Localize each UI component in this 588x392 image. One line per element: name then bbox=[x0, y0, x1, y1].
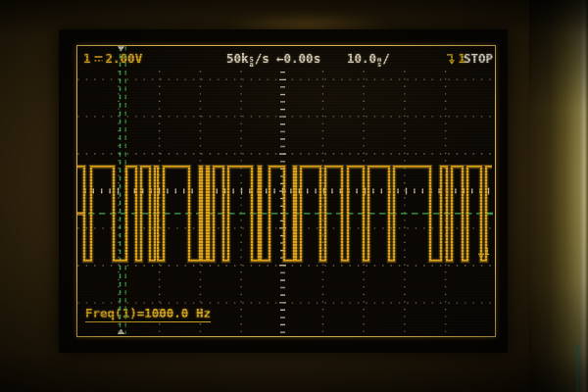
grid-dot bbox=[358, 227, 359, 228]
grid-dot bbox=[404, 78, 405, 79]
grid-dot bbox=[404, 220, 405, 220]
grid-dot bbox=[309, 265, 310, 266]
grid-dot bbox=[473, 227, 474, 228]
grid-dot bbox=[159, 286, 160, 287]
grid-dot bbox=[416, 265, 416, 266]
grid-dot bbox=[333, 78, 334, 79]
grid-dot bbox=[111, 265, 112, 266]
grid-dot bbox=[144, 153, 145, 154]
grid-dot bbox=[364, 168, 365, 169]
grid-dot bbox=[251, 227, 252, 228]
axis-tick bbox=[280, 279, 285, 280]
grid-dot bbox=[416, 116, 416, 117]
axis-tick bbox=[200, 188, 201, 195]
grid-dot bbox=[322, 101, 323, 102]
grid-dot bbox=[118, 257, 119, 258]
grid-dot bbox=[445, 153, 446, 154]
grid-dot bbox=[445, 205, 446, 206]
grid-dot bbox=[292, 78, 293, 79]
grid-dot bbox=[152, 116, 153, 117]
grid-dot bbox=[445, 168, 446, 169]
axis-tick bbox=[125, 189, 126, 194]
grid-dot bbox=[416, 302, 416, 303]
grid-dot bbox=[103, 153, 104, 154]
grid-dot bbox=[423, 265, 424, 266]
grid-dot bbox=[481, 302, 482, 303]
axis-tick bbox=[280, 94, 285, 95]
grid-dot bbox=[445, 145, 446, 146]
grid-dot bbox=[473, 153, 474, 154]
grid-dot bbox=[432, 227, 433, 228]
grid-dot bbox=[118, 301, 119, 302]
grid-dot bbox=[152, 227, 153, 228]
grid-dot bbox=[407, 153, 408, 154]
grid-dot bbox=[448, 78, 449, 79]
grid-dot bbox=[103, 265, 104, 266]
grid-dot bbox=[358, 116, 359, 117]
grid-dot bbox=[341, 153, 342, 154]
axis-tick bbox=[183, 189, 184, 194]
axis-tick bbox=[101, 189, 102, 194]
grid-dot bbox=[240, 264, 241, 265]
grid-dot bbox=[240, 227, 241, 228]
grid-dot bbox=[489, 116, 490, 117]
axis-tick bbox=[280, 258, 285, 259]
grid-dot bbox=[200, 323, 201, 324]
grid-dot bbox=[118, 86, 119, 87]
grid-dot bbox=[364, 286, 365, 287]
grid-dot bbox=[240, 122, 241, 123]
grid-dot bbox=[404, 71, 405, 72]
grid-dot bbox=[364, 264, 365, 265]
grid-dot bbox=[322, 242, 323, 243]
grid-dot bbox=[364, 138, 365, 139]
grid-dot bbox=[240, 86, 241, 87]
grid-dot bbox=[374, 153, 375, 154]
grid-dot bbox=[251, 153, 252, 154]
grid-dot bbox=[350, 153, 351, 154]
grid-dot bbox=[317, 302, 318, 303]
grid-dot bbox=[350, 78, 351, 79]
grid-dot bbox=[118, 227, 119, 228]
grid-dot bbox=[240, 301, 241, 302]
grid-dot bbox=[364, 71, 365, 72]
grid-dot bbox=[374, 78, 375, 79]
grid-dot bbox=[200, 227, 201, 228]
grid-dot bbox=[445, 234, 446, 235]
grid-dot bbox=[240, 294, 241, 295]
grid-dot bbox=[448, 302, 449, 303]
grid-dot bbox=[440, 116, 441, 117]
grid-dot bbox=[382, 265, 383, 266]
sample-rate-unit-stack: Sa bbox=[250, 58, 254, 67]
grid-dot bbox=[465, 265, 466, 266]
grid-dot bbox=[391, 265, 392, 266]
grid-dot bbox=[268, 116, 269, 117]
grid-dot bbox=[440, 153, 441, 154]
grid-dot bbox=[200, 182, 201, 183]
grid-dot bbox=[103, 78, 104, 79]
grid-dot bbox=[118, 249, 119, 250]
grid-dot bbox=[226, 227, 227, 228]
grid-dot bbox=[259, 302, 260, 303]
grid-dot bbox=[374, 302, 375, 303]
grid-dot bbox=[341, 302, 342, 303]
grid-dot bbox=[364, 182, 365, 183]
grid-dot bbox=[200, 145, 201, 146]
grid-dot bbox=[240, 160, 241, 161]
grid-dot bbox=[481, 116, 482, 117]
grid-dot bbox=[432, 302, 433, 303]
grid-dot bbox=[440, 227, 441, 228]
grid-dot bbox=[445, 174, 446, 175]
grid-dot bbox=[118, 264, 119, 265]
grid-dot bbox=[251, 302, 252, 303]
grid-dot bbox=[364, 122, 365, 123]
axis-tick bbox=[280, 101, 285, 102]
axis-tick bbox=[280, 242, 285, 243]
grid-dot bbox=[226, 153, 227, 154]
grid-dot bbox=[160, 302, 161, 303]
grid-dot bbox=[268, 227, 269, 228]
axis-tick bbox=[175, 189, 176, 194]
grid-dot bbox=[118, 294, 119, 295]
grid-dot bbox=[169, 227, 170, 228]
axis-tick bbox=[438, 189, 439, 194]
grid-dot bbox=[240, 71, 241, 72]
